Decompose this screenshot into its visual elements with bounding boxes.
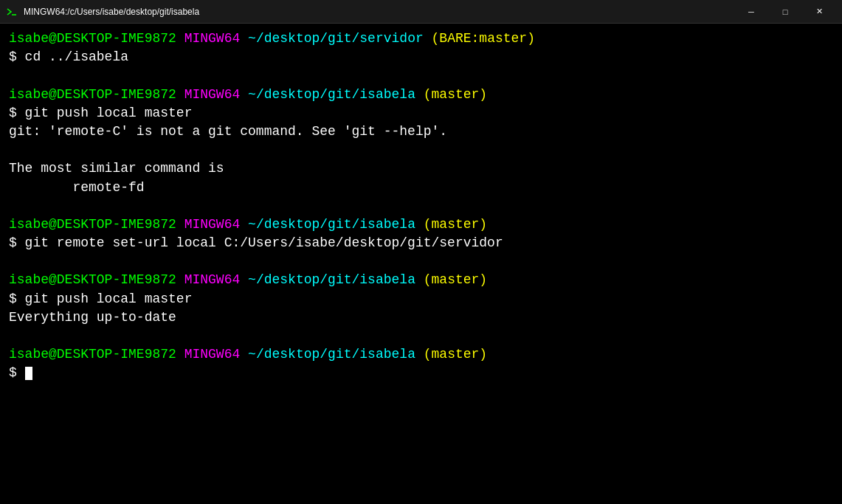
prompt-user: isabe@DESKTOP-IME9872 — [9, 31, 176, 46]
command-line: $ cd ../isabela — [9, 48, 833, 66]
output-line: git: 'remote-C' is not a git command. Se… — [9, 122, 833, 141]
prompt-path: ~/desktop/git/servidor — [248, 31, 424, 46]
prompt-path: ~/desktop/git/isabela — [248, 217, 415, 232]
title-bar-left: MINGW64:/c/Users/isabe/desktop/git/isabe… — [6, 6, 199, 18]
prompt-line: isabe@DESKTOP-IME9872 MINGW64 ~/desktop/… — [9, 215, 833, 234]
title-bar-title: MINGW64:/c/Users/isabe/desktop/git/isabe… — [24, 7, 199, 17]
empty-line — [9, 197, 833, 215]
close-button[interactable]: ✕ — [802, 0, 836, 24]
minimize-button[interactable]: ─ — [734, 0, 768, 24]
cursor — [25, 367, 32, 380]
terminal[interactable]: isabe@DESKTOP-IME9872 MINGW64 ~/desktop/… — [0, 24, 842, 504]
prompt-path: ~/desktop/git/isabela — [248, 347, 415, 362]
empty-line — [9, 66, 833, 85]
terminal-icon — [6, 6, 18, 18]
prompt-shell: MINGW64 — [184, 31, 241, 46]
empty-line — [9, 327, 833, 345]
command-line: $ git push local master — [9, 290, 833, 308]
prompt-line: isabe@DESKTOP-IME9872 MINGW64 ~/desktop/… — [9, 271, 833, 289]
prompt-branch: (master) — [424, 87, 487, 102]
prompt-line: isabe@DESKTOP-IME9872 MINGW64 ~/desktop/… — [9, 30, 833, 48]
output-line: remote-fd — [9, 179, 833, 197]
prompt-shell: MINGW64 — [184, 272, 241, 287]
prompt-branch: (BARE:master) — [432, 31, 535, 46]
prompt-user: isabe@DESKTOP-IME9872 — [9, 347, 176, 362]
prompt-path: ~/desktop/git/isabela — [248, 272, 415, 287]
prompt-user: isabe@DESKTOP-IME9872 — [9, 87, 176, 102]
command-line: $ git remote set-url local C:/Users/isab… — [9, 234, 833, 252]
prompt-branch: (master) — [424, 272, 487, 287]
title-bar-controls: ─ □ ✕ — [734, 0, 836, 24]
cursor-line: $ — [9, 364, 833, 382]
title-bar: MINGW64:/c/Users/isabe/desktop/git/isabe… — [0, 0, 842, 24]
prompt-shell: MINGW64 — [184, 87, 241, 102]
prompt-shell: MINGW64 — [184, 217, 241, 232]
prompt-user: isabe@DESKTOP-IME9872 — [9, 272, 176, 287]
empty-line — [9, 252, 833, 271]
command-line: $ git push local master — [9, 104, 833, 122]
prompt-line: isabe@DESKTOP-IME9872 MINGW64 ~/desktop/… — [9, 86, 833, 104]
prompt-branch: (master) — [424, 217, 487, 232]
prompt-path: ~/desktop/git/isabela — [248, 87, 415, 102]
maximize-button[interactable]: □ — [768, 0, 802, 24]
prompt-user: isabe@DESKTOP-IME9872 — [9, 217, 176, 232]
empty-line — [9, 141, 833, 159]
prompt-shell: MINGW64 — [184, 347, 241, 362]
output-line: Everything up-to-date — [9, 308, 833, 327]
prompt-branch: (master) — [424, 347, 487, 362]
prompt-line: isabe@DESKTOP-IME9872 MINGW64 ~/desktop/… — [9, 345, 833, 364]
output-line: The most similar command is — [9, 159, 833, 178]
